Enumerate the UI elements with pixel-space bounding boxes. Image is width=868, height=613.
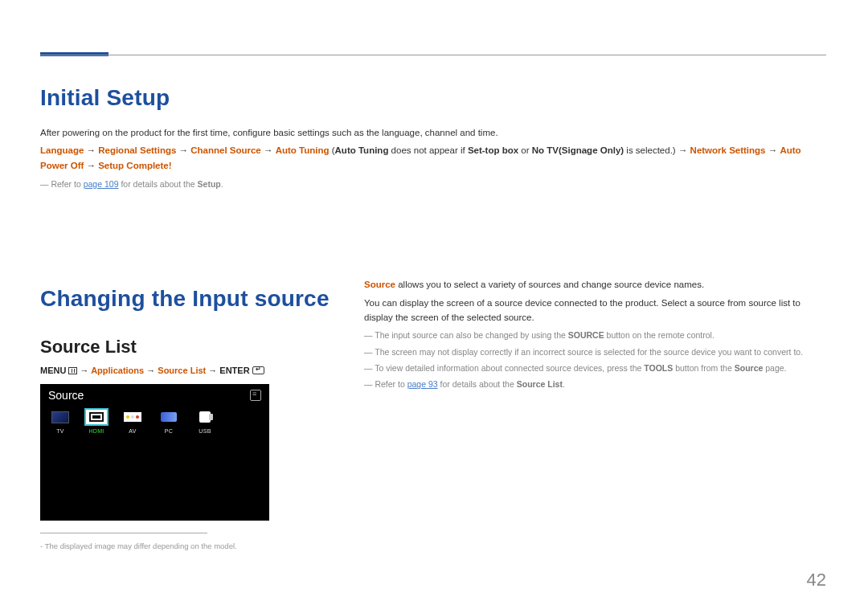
link-page-109[interactable]: page 109 [84, 179, 119, 189]
source-tv: TV [48, 408, 72, 434]
hdmi-icon [89, 412, 104, 422]
menu-icon [68, 367, 77, 374]
path-network: Network Settings [690, 145, 766, 155]
heading-source-list: Source List [40, 337, 137, 358]
note-source-button: ― The input source can also be changed b… [364, 329, 826, 341]
header-rule [40, 55, 826, 55]
note-tools-button: ― To view detailed information about con… [364, 362, 826, 374]
pc-icon [161, 412, 177, 422]
heading-changing-source: Changing the Input source [40, 286, 330, 312]
path-auto-tuning: Auto Tuning [276, 145, 330, 155]
av-icon [124, 412, 141, 422]
setup-intro-text: After powering on the product for the fi… [40, 125, 826, 140]
note-page-93: ― Refer to page 93 for details about the… [364, 378, 826, 390]
usb-icon [199, 411, 211, 423]
source-hdmi-selected: HDMI [84, 408, 108, 434]
image-footnote: - The displayed image may differ dependi… [40, 541, 237, 550]
source-icons-row: TV HDMI AV PC USB [40, 405, 269, 435]
note-incorrect-source: ― The screen may not display correctly i… [364, 345, 826, 358]
image-footnote-rule [40, 533, 207, 533]
tv-icon [51, 411, 69, 423]
source-screenshot: Source TV HDMI AV PC USB [40, 384, 269, 521]
source-desc-2: You can display the screen of a source d… [364, 296, 826, 325]
path-language: Language [40, 145, 84, 155]
source-av: AV [121, 408, 145, 434]
screenshot-titlebar: Source [40, 384, 269, 405]
path-setup-complete: Setup Complete! [98, 161, 171, 170]
source-pc: PC [157, 408, 181, 434]
initial-setup-section: After powering on the product for the fi… [40, 125, 826, 191]
source-desc-1: Source allows you to select a variety of… [364, 278, 826, 292]
menu-path: MENU → Applications → Source List → ENTE… [40, 366, 264, 375]
path-regional: Regional Settings [98, 145, 176, 155]
screenshot-title: Source [48, 389, 84, 402]
path-source-list: Source List [158, 366, 206, 375]
setup-footnote: ― Refer to page 109 for details about th… [40, 178, 826, 191]
heading-initial-setup: Initial Setup [40, 85, 170, 111]
right-column: Source allows you to select a variety of… [364, 278, 826, 394]
path-applications: Applications [91, 366, 144, 375]
path-channel-source: Channel Source [190, 145, 261, 155]
enter-icon [252, 366, 264, 374]
tools-icon [250, 390, 261, 401]
source-usb: USB [193, 408, 217, 434]
page-number: 42 [807, 570, 826, 591]
setup-path: Language → Regional Settings → Channel S… [40, 143, 826, 173]
link-page-93[interactable]: page 93 [407, 379, 438, 389]
